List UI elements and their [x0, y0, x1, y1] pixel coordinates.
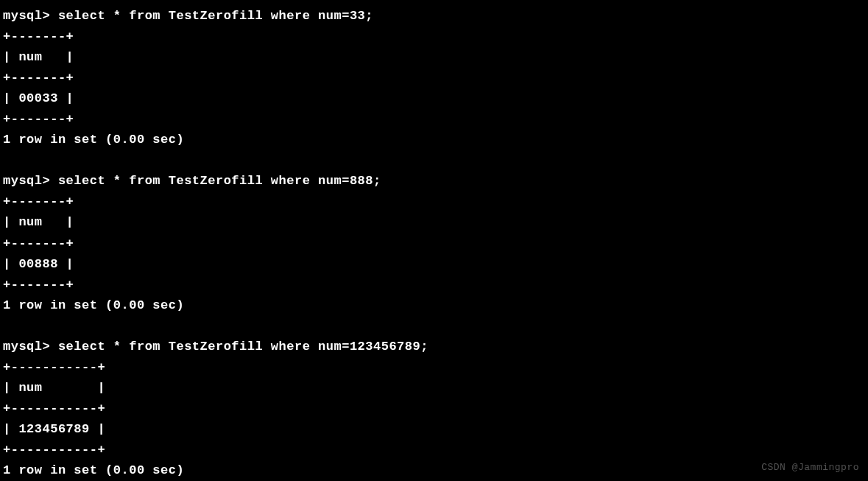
table-row: | 00033 |: [3, 88, 865, 109]
blank-line: [3, 316, 865, 337]
table-border: +-----------+: [3, 399, 865, 419]
table-border: +-------+: [3, 275, 865, 295]
query-line: mysql> select * from TestZerofill where …: [3, 6, 865, 27]
query-line: mysql> select * from TestZerofill where …: [3, 171, 865, 192]
mysql-prompt: mysql>: [3, 340, 58, 354]
table-header: | num |: [3, 378, 865, 399]
sql-command: select * from TestZerofill where num=123…: [58, 340, 428, 354]
table-border: +-------+: [3, 192, 865, 212]
sql-command: select * from TestZerofill where num=888…: [58, 174, 381, 188]
table-header: | num |: [3, 47, 865, 68]
mysql-prompt: mysql>: [3, 9, 58, 23]
table-row: | 123456789 |: [3, 419, 865, 440]
table-border: +-------+: [3, 234, 865, 254]
query-line: mysql> select * from TestZerofill where …: [3, 337, 865, 357]
status-line: 1 row in set (0.00 sec): [3, 460, 865, 481]
table-row: | 00888 |: [3, 254, 865, 275]
blank-line: [3, 150, 865, 171]
status-line: 1 row in set (0.00 sec): [3, 130, 865, 150]
mysql-prompt: mysql>: [3, 174, 58, 188]
terminal-output: mysql> select * from TestZerofill where …: [3, 6, 865, 481]
table-border: +-------+: [3, 68, 865, 88]
status-line: 1 row in set (0.00 sec): [3, 295, 865, 316]
table-border: +-------+: [3, 27, 865, 47]
table-border: +-------+: [3, 109, 865, 130]
table-border: +-----------+: [3, 357, 865, 378]
table-border: +-----------+: [3, 440, 865, 460]
watermark-text: CSDN @Jammingpro: [761, 460, 859, 475]
sql-command: select * from TestZerofill where num=33;: [58, 9, 373, 23]
table-header: | num |: [3, 212, 865, 233]
